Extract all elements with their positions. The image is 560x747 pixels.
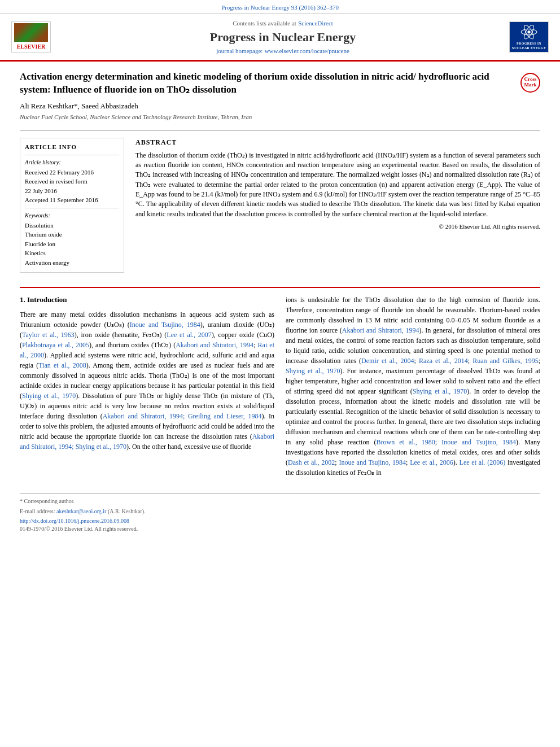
article-info-col: Article Info Article history: Received 2…: [20, 138, 124, 278]
journal-logo-right: PROGRESS IN NUCLEAR ENERGY: [509, 21, 549, 53]
ref-raza-2014[interactable]: Raza et al., 2014: [419, 357, 468, 365]
footer-section: * Corresponding author. E-mail address: …: [20, 493, 540, 533]
ref-dash-2002[interactable]: Dash et al., 2002: [288, 458, 335, 466]
footer-email-line: E-mail address: akeshtkar@aeoi.org.ir (A…: [20, 508, 540, 516]
body-right-col: ions is undesirable for the ThO₂ dissolu…: [286, 295, 540, 482]
journal-header: ELSEVIER Contents lists available at Sci…: [0, 14, 560, 61]
atom-icon: [518, 24, 540, 41]
revised-date: 22 July 2016: [25, 187, 119, 195]
article-title-section: Activation energy determination and kine…: [20, 70, 540, 131]
copyright-line: © 2016 Elsevier Ltd. All rights reserved…: [135, 222, 540, 231]
corresponding-note: * Corresponding author.: [20, 498, 75, 504]
abstract-title: Abstract: [135, 138, 540, 147]
article-title-wrapper: Activation energy determination and kine…: [20, 70, 540, 97]
journal-title: Progress in Nuclear Energy: [56, 29, 509, 46]
section1-heading: 1. Introduction: [20, 295, 274, 305]
logo-text: PROGRESS IN NUCLEAR ENERGY: [511, 41, 546, 51]
author-email[interactable]: akeshtkar@aeoi.org.ir: [56, 508, 106, 514]
keywords-title: Keywords:: [25, 212, 119, 220]
ref-akabori-1994b[interactable]: Akabori and Shiratori, 1994: [342, 326, 419, 334]
footer-doi[interactable]: http://dx.doi.org/10.1016/j.pnucene.2016…: [20, 517, 540, 525]
ref-ruan-1995[interactable]: Ruan and Gilkes, 1995: [473, 357, 538, 365]
body-paragraph-1: There are many metal oxides dissolution …: [20, 309, 274, 452]
email-suffix: (A.R. Keshtkar).: [108, 508, 146, 514]
ref-lee-2006b[interactable]: Lee et al. (2006): [460, 458, 506, 466]
contents-text: Contents lists available at: [233, 20, 296, 27]
sciencedirect-link[interactable]: ScienceDirect: [298, 20, 333, 27]
keyword-1: Dissolution: [25, 221, 119, 230]
info-divider-2: [25, 208, 119, 208]
ref-shying-1970c[interactable]: Shying et al., 1970: [413, 387, 467, 395]
article-info-title: Article Info: [25, 143, 119, 151]
keyword-5: Activation energy: [25, 259, 119, 267]
keyword-4: Kinetics: [25, 249, 119, 257]
elsevier-label: ELSEVIER: [17, 43, 46, 51]
abstract-text: The dissolution of thorium oxide (ThO₂) …: [135, 151, 540, 220]
footer-corresponding: * Corresponding author.: [20, 497, 540, 505]
body-two-col: 1. Introduction There are many metal oxi…: [20, 295, 540, 482]
ref-inoue-1984[interactable]: Inoue and Tsujino, 1984: [130, 321, 200, 329]
ref-shying-1970a[interactable]: Shying et al., 1970: [22, 392, 76, 400]
main-content: Activation energy determination and kine…: [0, 62, 560, 541]
ref-shying-1970b[interactable]: Shying et al., 1970: [286, 367, 340, 375]
ref-akabori-1994[interactable]: Akabori and Shiratori, 1994: [176, 341, 253, 349]
keywords-section: Keywords: Dissolution Thorium oxide Fluo…: [25, 212, 119, 267]
journal-center: Contents lists available at ScienceDirec…: [56, 18, 509, 56]
article-info-box: Article Info Article history: Received 2…: [20, 138, 124, 273]
ref-tian-2008[interactable]: Tian et al., 2008: [38, 361, 86, 369]
ref-inoue-1984c[interactable]: Inoue and Tsujino, 1984: [339, 458, 406, 466]
elsevier-logo: ELSEVIER: [11, 21, 51, 53]
elsevier-logo-section: ELSEVIER: [11, 21, 56, 53]
svg-point-0: [527, 31, 530, 34]
crossmark-label: CrossMark: [524, 77, 537, 88]
ref-demir-2004[interactable]: Demir et al., 2004: [361, 357, 414, 365]
authors: Ali Reza Keshtkar*, Saeed Abbasizadeh: [20, 101, 540, 111]
homepage-label: journal homepage:: [216, 47, 262, 54]
homepage-link[interactable]: www.elsevier.com/locate/pnucene: [265, 47, 349, 54]
info-divider-1: [25, 155, 119, 155]
contents-line: Contents lists available at ScienceDirec…: [56, 18, 509, 28]
footer-issn: 0149-1970/© 2016 Elsevier Ltd. All right…: [20, 525, 540, 533]
received-date: Received 22 February 2016: [25, 168, 119, 177]
journal-citation: Progress in Nuclear Energy 93 (2016) 362…: [221, 4, 339, 11]
article-title: Activation energy determination and kine…: [20, 70, 520, 97]
ref-lee-2007[interactable]: Lee et al., 2007: [167, 331, 212, 339]
body-paragraph-2: ions is undesirable for the ThO₂ dissolu…: [286, 295, 540, 478]
crossmark-badge: CrossMark: [520, 73, 540, 93]
history-title: Article history:: [25, 159, 119, 167]
abstract-col: Abstract The dissolution of thorium oxid…: [135, 138, 540, 278]
ref-akabori-shying[interactable]: Akabori and Shiratori, 1994; Shying et a…: [20, 433, 274, 451]
authors-text: Ali Reza Keshtkar*, Saeed Abbasizadeh: [20, 102, 138, 110]
ref-brown-1980[interactable]: Brown et al., 1980: [377, 438, 435, 446]
revised-label: Received in revised form: [25, 177, 119, 186]
homepage-line: journal homepage: www.elsevier.com/locat…: [56, 46, 509, 56]
ref-taylor-1963[interactable]: Taylor et al., 1963: [22, 331, 75, 339]
article-info-abstract-row: Article Info Article history: Received 2…: [20, 138, 540, 278]
ref-inoue-1984b[interactable]: Inoue and Tsujino, 1984: [441, 438, 516, 446]
body-left-col: 1. Introduction There are many metal oxi…: [20, 295, 274, 482]
keyword-2: Thorium oxide: [25, 230, 119, 239]
elsevier-logo-art: [14, 23, 48, 42]
ref-akabori-greiling[interactable]: Akabori and Shiratori, 1994; Greiling an…: [103, 412, 262, 420]
keyword-3: Fluoride ion: [25, 240, 119, 248]
ref-lee-2006[interactable]: Lee et al., 2006: [410, 458, 453, 466]
email-label: E-mail address:: [20, 508, 55, 514]
body-section: 1. Introduction There are many metal oxi…: [20, 287, 540, 482]
accepted-date: Accepted 11 September 2016: [25, 196, 119, 204]
affiliation: Nuclear Fuel Cycle School, Nuclear Scien…: [20, 113, 540, 121]
journal-citation-bar: Progress in Nuclear Energy 93 (2016) 362…: [0, 0, 560, 14]
ref-plakhotnaya-2005[interactable]: Plakhotnaya et al., 2005: [22, 341, 89, 349]
